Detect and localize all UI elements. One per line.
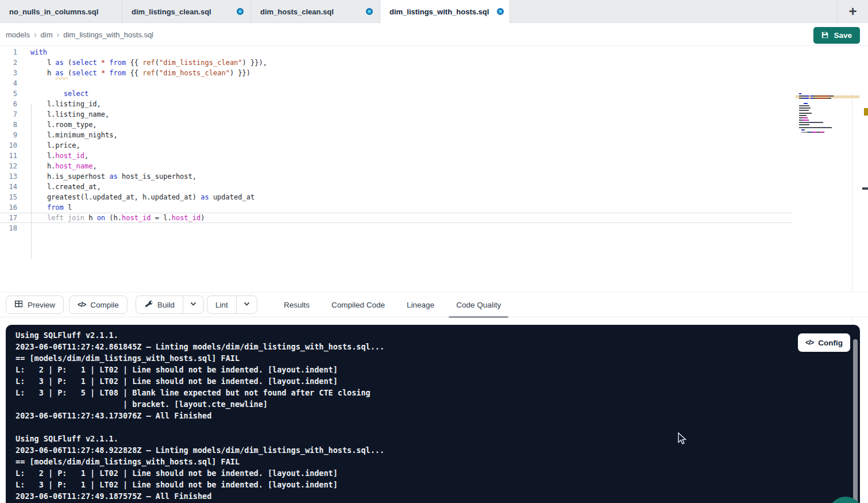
editor-line[interactable]: 13 h.is_superhost as host_is_superhost, bbox=[0, 171, 793, 182]
line-content: with bbox=[30, 47, 47, 57]
code-editor[interactable]: 1with2 l as (select * from {{ ref("dim_l… bbox=[0, 46, 868, 292]
terminal-scrollbar[interactable] bbox=[853, 339, 858, 503]
compile-button[interactable]: </> Compile bbox=[69, 295, 128, 314]
editor-line[interactable]: 2 l as (select * from {{ ref("dim_listin… bbox=[0, 57, 793, 68]
line-content: h.is_superhost as host_is_superhost, bbox=[30, 171, 196, 182]
save-label: Save bbox=[834, 31, 852, 40]
breadcrumb-separator-icon: › bbox=[34, 30, 37, 39]
minimap-line bbox=[796, 127, 859, 128]
action-toolbar: Preview </> Compile Build Lint bbox=[0, 292, 868, 317]
line-content: h.host_name, bbox=[30, 161, 97, 171]
line-number: 14 bbox=[0, 182, 17, 192]
minimap-line bbox=[796, 113, 859, 114]
line-number: 7 bbox=[0, 109, 17, 120]
file-tab[interactable]: no_nulls_in_columns.sql bbox=[0, 0, 122, 23]
overview-ruler-cursor-marker bbox=[862, 187, 868, 190]
config-button[interactable]: </> Config bbox=[798, 333, 850, 352]
modified-dot-icon bbox=[366, 8, 373, 15]
line-content: l as (select * from {{ ref("dim_listings… bbox=[30, 57, 267, 68]
panel-tabs: ResultsCompiled CodeLineageCode Quality bbox=[276, 293, 515, 317]
save-button[interactable]: Save bbox=[813, 27, 860, 44]
file-tab-label: dim_listings_clean.sql bbox=[132, 7, 211, 16]
line-number: 17 bbox=[0, 213, 17, 223]
line-content: left join h on (h.host_id = l.host_id) bbox=[30, 213, 205, 223]
line-number: 11 bbox=[0, 151, 17, 161]
preview-button[interactable]: Preview bbox=[6, 295, 64, 314]
build-label: Build bbox=[157, 301, 175, 309]
panel-tab-compiled-code[interactable]: Compiled Code bbox=[324, 293, 392, 317]
line-number: 6 bbox=[0, 99, 17, 109]
panel-tab-results[interactable]: Results bbox=[276, 293, 317, 317]
new-tab-button[interactable]: + bbox=[837, 0, 868, 23]
editor-lines: 1with2 l as (select * from {{ ref("dim_l… bbox=[0, 47, 793, 233]
minimap-line bbox=[796, 122, 859, 123]
line-content: from l bbox=[30, 202, 72, 213]
save-icon bbox=[821, 31, 829, 40]
line-content: l.price, bbox=[30, 140, 80, 151]
line-number: 4 bbox=[0, 78, 17, 89]
line-number: 12 bbox=[0, 161, 17, 171]
panel-tab-code-quality[interactable]: Code Quality bbox=[449, 293, 508, 317]
line-content: l.created_at, bbox=[30, 182, 101, 192]
file-tab-bar: no_nulls_in_columns.sqldim_listings_clea… bbox=[0, 0, 868, 23]
line-number: 16 bbox=[0, 202, 17, 213]
lint-dropdown-button[interactable] bbox=[236, 296, 257, 313]
editor-line[interactable]: 15 greatest(l.updated_at, h.updated_at) … bbox=[0, 192, 793, 202]
editor-line[interactable]: 7 l.listing_name, bbox=[0, 109, 793, 120]
modified-dot-icon bbox=[237, 8, 244, 15]
editor-line[interactable]: 14 l.created_at, bbox=[0, 182, 793, 192]
minimap-line bbox=[796, 134, 859, 135]
editor-line[interactable]: 18 bbox=[0, 223, 793, 233]
minimap-line bbox=[796, 105, 859, 106]
lint-button[interactable]: Lint bbox=[207, 296, 236, 313]
breadcrumb-item[interactable]: models bbox=[6, 30, 30, 39]
minimap-line bbox=[796, 110, 859, 111]
line-content: l.host_id, bbox=[30, 151, 88, 161]
line-number: 3 bbox=[0, 68, 17, 78]
minimap-line bbox=[796, 93, 859, 94]
editor-line[interactable]: 11 l.host_id, bbox=[0, 151, 793, 161]
file-tab-label: no_nulls_in_columns.sql bbox=[9, 7, 98, 16]
build-dropdown-button[interactable] bbox=[183, 296, 203, 313]
breadcrumb-row: models›dim›dim_listings_with_hosts.sql S… bbox=[0, 23, 868, 46]
minimap-line bbox=[796, 129, 859, 130]
editor-line[interactable]: 17 left join h on (h.host_id = l.host_id… bbox=[0, 213, 793, 223]
minimap-line bbox=[796, 107, 859, 109]
line-number: 8 bbox=[0, 120, 17, 130]
panel-tab-lineage[interactable]: Lineage bbox=[399, 293, 442, 317]
editor-line[interactable]: 1with bbox=[0, 47, 793, 57]
file-tab[interactable]: dim_listings_with_hosts.sql bbox=[380, 0, 510, 23]
chevron-down-icon bbox=[243, 300, 250, 309]
lint-output-terminal: Using SQLFluff v2.1.1. 2023-06-06T11:27:… bbox=[6, 325, 860, 503]
editor-line[interactable]: 4 bbox=[0, 78, 793, 89]
compile-label: Compile bbox=[90, 301, 119, 309]
line-number: 18 bbox=[0, 223, 17, 233]
build-split-button: Build bbox=[136, 295, 204, 314]
breadcrumb-item[interactable]: dim bbox=[41, 30, 53, 39]
editor-line[interactable]: 8 l.room_type, bbox=[0, 120, 793, 130]
editor-line[interactable]: 5 select bbox=[0, 89, 793, 99]
breadcrumb: models›dim›dim_listings_with_hosts.sql bbox=[6, 23, 153, 46]
file-tab[interactable]: dim_hosts_clean.sql bbox=[251, 0, 380, 23]
editor-line[interactable]: 10 l.price, bbox=[0, 140, 793, 151]
file-tab[interactable]: dim_listings_clean.sql bbox=[122, 0, 251, 23]
editor-line[interactable]: 12 h.host_name, bbox=[0, 161, 793, 171]
line-content: l.minimum_nights, bbox=[30, 130, 118, 140]
minimap-line bbox=[796, 132, 859, 133]
line-content: select bbox=[30, 89, 88, 99]
build-button[interactable]: Build bbox=[136, 296, 183, 313]
line-content: greatest(l.updated_at, h.updated_at) as … bbox=[30, 192, 254, 202]
minimap-line bbox=[796, 98, 859, 99]
minimap[interactable] bbox=[796, 93, 859, 151]
editor-line[interactable]: 3 h as (select * from {{ ref("dim_hosts_… bbox=[0, 68, 793, 78]
minimap-line bbox=[796, 124, 859, 125]
line-number: 15 bbox=[0, 192, 17, 202]
code-brackets-icon: </> bbox=[78, 301, 86, 309]
table-grid-icon bbox=[14, 300, 23, 310]
editor-line[interactable]: 9 l.minimum_nights, bbox=[0, 130, 793, 140]
editor-line[interactable]: 16 from l bbox=[0, 202, 793, 213]
editor-line[interactable]: 6 l.listing_id, bbox=[0, 99, 793, 109]
breadcrumb-item[interactable]: dim_listings_with_hosts.sql bbox=[63, 30, 153, 39]
line-number: 1 bbox=[0, 47, 17, 57]
line-content: l.room_type, bbox=[30, 120, 97, 130]
